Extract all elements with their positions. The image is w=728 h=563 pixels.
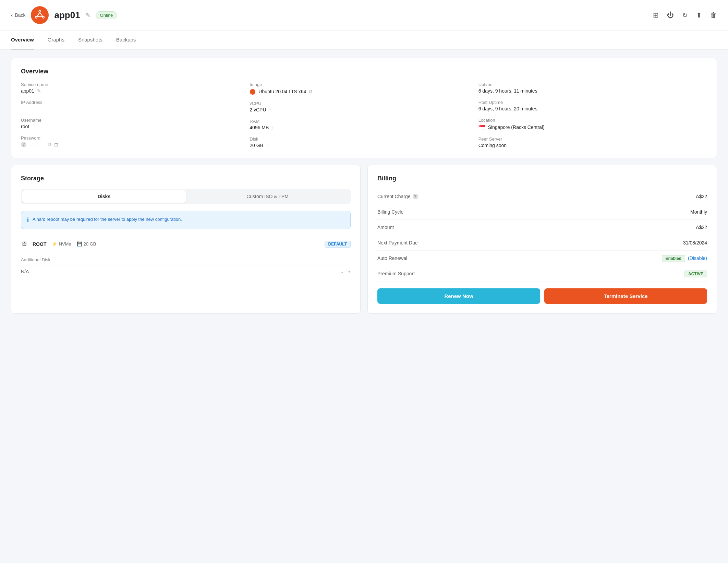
status-badge: Online [96, 11, 118, 19]
additional-disk-add-icon[interactable]: + [348, 269, 351, 274]
renew-now-button[interactable]: Renew Now [377, 288, 540, 304]
vcpu-value: 2 vCPU ↑ [250, 107, 478, 112]
disable-auto-renewal-link[interactable]: (Disable) [688, 255, 707, 261]
console-icon[interactable]: ⊞ [653, 11, 659, 19]
nvme-icon: ⚡ [52, 241, 57, 247]
amount-value: A$22 [696, 225, 707, 230]
host-uptime-label: Host Uptime [478, 100, 707, 105]
billing-row-auto-renewal: Auto Renewal Enabled (Disable) [377, 251, 707, 266]
ubuntu-icon [34, 9, 46, 21]
svg-point-5 [36, 17, 37, 18]
main-content: Overview Service name app01 ✎ IP Address… [0, 50, 728, 322]
tab-graphs[interactable]: Graphs [48, 31, 64, 49]
header-actions: ⊞ ⏻ ↻ ⬆ 🗑 [653, 11, 717, 19]
edit-server-name-icon[interactable]: ✎ [86, 12, 90, 19]
delete-icon[interactable]: 🗑 [710, 11, 717, 19]
nav-tabs: Overview Graphs Snapshots Backups [0, 31, 728, 50]
username-label: Username [21, 118, 250, 123]
password-value: ? ········ ⧉ ⊡ [21, 142, 250, 147]
host-uptime-value: 6 days, 9 hours, 20 minutes [478, 106, 707, 111]
disk-size-icon: 💾 [77, 241, 82, 247]
additional-disk-row: N/A ⌄ + [21, 265, 351, 278]
uptime-value: 6 days, 9 hours, 11 minutes [478, 88, 707, 94]
field-location: Location 🇸🇬 Singapore (Racks Central) [478, 118, 707, 130]
uptime-label: Uptime [478, 82, 707, 87]
field-disk: Disk 20 GB ↑ [250, 136, 478, 148]
storage-tab-disks[interactable]: Disks [22, 190, 186, 203]
billing-cycle-value: Monthly [690, 209, 707, 215]
additional-disk-actions: ⌄ + [340, 269, 351, 274]
field-password: Password ? ········ ⧉ ⊡ [21, 135, 250, 147]
ram-label: RAM [250, 119, 478, 124]
ram-value: 4096 MB ↑ [250, 125, 478, 130]
ubuntu-logo [31, 6, 49, 24]
overview-card: Overview Service name app01 ✎ IP Address… [11, 58, 717, 158]
additional-disk-label: Additional Disk [21, 257, 351, 262]
service-name-value: app01 ✎ [21, 88, 250, 94]
field-peer-server: Peer Server Coming soon [478, 136, 707, 148]
overview-col-2: Image ⬤ Ubuntu 20.04 LTS x64 ⧉ vCPU 2 vC… [250, 82, 478, 148]
disk-row: 🖥 ROOT ⚡ NVMe 💾 20 GB DEFAULT [21, 236, 351, 252]
auto-renewal-badge: Enabled [662, 255, 685, 262]
additional-disk-dropdown-icon[interactable]: ⌄ [340, 269, 344, 274]
terminate-service-button[interactable]: Terminate Service [544, 288, 707, 304]
disk-type: ⚡ NVMe [52, 241, 71, 247]
current-charge-label: Current Charge ? [377, 194, 418, 199]
upgrade-ram-icon[interactable]: ↑ [271, 125, 274, 130]
storage-tab-iso[interactable]: Custom ISO & TPM [186, 190, 349, 203]
upgrade-vcpu-icon[interactable]: ↑ [269, 107, 271, 112]
next-payment-label: Next Payment Due [377, 240, 418, 245]
tab-backups[interactable]: Backups [116, 31, 136, 49]
storage-tabs: Disks Custom ISO & TPM [21, 189, 351, 204]
back-button[interactable]: ‹ Back [11, 12, 25, 18]
copy-password-icon[interactable]: ⧉ [48, 142, 51, 147]
storage-title: Storage [21, 175, 351, 182]
field-ip: IP Address - [21, 100, 250, 111]
billing-cycle-label: Billing Cycle [377, 209, 403, 215]
field-vcpu: vCPU 2 vCPU ↑ [250, 101, 478, 112]
ip-label: IP Address [21, 100, 250, 105]
premium-support-label: Premium Support [377, 271, 415, 276]
location-label: Location [478, 118, 707, 123]
view-password-icon[interactable]: ⊡ [54, 142, 58, 147]
overview-title: Overview [21, 68, 707, 75]
auto-renewal-value: Enabled (Disable) [662, 255, 707, 261]
password-dots: ········ [29, 142, 45, 147]
edit-service-name-icon[interactable]: ✎ [37, 88, 41, 94]
billing-row-next-payment: Next Payment Due 31/08/2024 [377, 235, 707, 251]
copy-image-icon[interactable]: ⧉ [309, 88, 312, 94]
overview-col-3: Uptime 6 days, 9 hours, 11 minutes Host … [478, 82, 707, 148]
overview-grid: Service name app01 ✎ IP Address - Userna… [21, 82, 707, 148]
field-service-name: Service name app01 ✎ [21, 82, 250, 94]
tab-overview[interactable]: Overview [11, 31, 34, 49]
overview-col-1: Service name app01 ✎ IP Address - Userna… [21, 82, 250, 148]
upload-icon[interactable]: ⬆ [696, 11, 702, 19]
info-text: A hard reboot may be required for the se… [33, 216, 182, 224]
billing-actions: Renew Now Terminate Service [377, 288, 707, 304]
billing-row-premium-support: Premium Support ACTIVE [377, 266, 707, 282]
header-left: ‹ Back app01 ✎ Online [11, 6, 117, 24]
back-label: Back [15, 12, 25, 18]
default-badge: DEFAULT [325, 241, 351, 248]
tab-snapshots[interactable]: Snapshots [78, 31, 102, 49]
location-value: 🇸🇬 Singapore (Racks Central) [478, 124, 707, 130]
premium-support-badge: ACTIVE [684, 271, 707, 277]
billing-row-current-charge: Current Charge ? A$22 [377, 189, 707, 204]
power-icon[interactable]: ⏻ [667, 11, 674, 19]
additional-disk-value: N/A [21, 269, 29, 274]
password-help-icon[interactable]: ? [21, 142, 26, 147]
upgrade-disk-icon[interactable]: ↑ [266, 143, 268, 148]
billing-row-amount: Amount A$22 [377, 220, 707, 235]
bottom-section: Storage Disks Custom ISO & TPM ℹ A hard … [11, 165, 717, 314]
image-label: Image [250, 82, 478, 87]
current-charge-help-icon[interactable]: ? [413, 194, 418, 199]
server-name: app01 [54, 10, 80, 21]
auto-renewal-label: Auto Renewal [377, 255, 407, 261]
image-value: ⬤ Ubuntu 20.04 LTS x64 ⧉ [250, 88, 478, 95]
password-label: Password [21, 135, 250, 141]
disk-size: 💾 20 GB [77, 241, 96, 247]
field-ram: RAM 4096 MB ↑ [250, 119, 478, 130]
field-uptime: Uptime 6 days, 9 hours, 11 minutes [478, 82, 707, 94]
field-host-uptime: Host Uptime 6 days, 9 hours, 20 minutes [478, 100, 707, 111]
reboot-icon[interactable]: ↻ [682, 11, 688, 19]
